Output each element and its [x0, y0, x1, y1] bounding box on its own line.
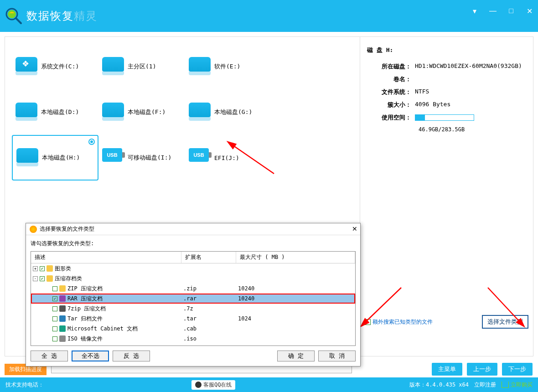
- disk-label: 本地磁盘(G:): [214, 108, 252, 116]
- checkbox-icon[interactable]: [52, 306, 57, 311]
- table-row[interactable]: +✔图形类: [31, 263, 355, 273]
- support-phone-label: 技术支持电话：: [5, 381, 44, 389]
- table-row[interactable]: Tar 归档文件.tar1024: [31, 314, 355, 324]
- col-extension[interactable]: 扩展名: [181, 252, 236, 263]
- minimize-icon[interactable]: —: [489, 7, 497, 15]
- tree-toggle-icon[interactable]: +: [33, 266, 38, 271]
- file-ext: .rar: [181, 295, 236, 302]
- register-link[interactable]: 立即注册: [474, 381, 496, 389]
- ok-button[interactable]: 确 定: [277, 351, 315, 361]
- file-type-icon: [47, 275, 53, 282]
- file-type-icon: [59, 315, 66, 322]
- main-menu-button[interactable]: 主菜单: [432, 363, 462, 376]
- file-type-icon: [59, 305, 66, 312]
- disk-icon: [16, 103, 37, 117]
- prev-button[interactable]: 上一步: [467, 363, 497, 376]
- table-row[interactable]: Ghost 镜像文件.gho10240: [31, 344, 355, 346]
- disk-icon: [102, 57, 124, 72]
- file-type-dialog: 选择要恢复的文件类型 ✕ 请勾选要恢复的文件类型: 描述 扩展名 最大尺寸 ( …: [26, 223, 361, 366]
- file-type-icon: [47, 265, 53, 272]
- svg-point-1: [8, 10, 16, 18]
- extra-search-checkbox[interactable]: ✔ 额外搜索已知类型的文件: [365, 318, 433, 326]
- invert-selection-button[interactable]: 反 选: [113, 351, 150, 361]
- tree-toggle-icon[interactable]: -: [33, 276, 38, 281]
- cart-icon: [502, 382, 509, 388]
- app-logo-icon: [5, 7, 23, 25]
- info-volume-label: 卷名：: [365, 75, 415, 83]
- dialog-titlebar: 选择要恢复的文件类型 ✕: [26, 223, 360, 235]
- checkbox-icon[interactable]: ✔: [52, 296, 57, 301]
- table-row[interactable]: 7zip 压缩文档.7z: [31, 304, 355, 314]
- file-type-desc: 压缩存档类: [55, 275, 82, 283]
- disk-item[interactable]: 软件(E:): [185, 44, 272, 89]
- file-max-size: 1024: [236, 315, 355, 322]
- dropdown-icon[interactable]: ▾: [471, 7, 479, 15]
- disk-label: 本地磁盘(F:): [128, 108, 166, 116]
- table-body[interactable]: +✔图形类-✔压缩存档类ZIP 压缩文档.zip10240✔RAR 压缩文档.r…: [31, 263, 355, 346]
- qq-support-badge[interactable]: 客服QQ在线: [191, 380, 235, 390]
- disk-item[interactable]: 本地磁盘(D:): [12, 89, 98, 135]
- checkbox-icon[interactable]: [52, 286, 57, 291]
- selected-radio-icon: [88, 139, 95, 145]
- file-ext: .7z: [181, 305, 236, 312]
- disk-icon: [189, 57, 211, 72]
- disk-label: 主分区(1): [128, 62, 156, 71]
- svg-line-2: [16, 18, 21, 23]
- dialog-close-icon[interactable]: ✕: [352, 225, 357, 232]
- select-file-type-button[interactable]: 选择文件类型: [482, 315, 528, 329]
- dialog-title: 选择要恢复的文件类型: [40, 225, 94, 233]
- col-max-size[interactable]: 最大尺寸 ( MB ): [236, 252, 355, 263]
- window-controls: ▾ — □ ✕: [471, 7, 533, 15]
- table-row[interactable]: ZIP 压缩文档.zip10240: [31, 284, 355, 294]
- version-text: 版本：4.4.0.435 x64: [409, 381, 469, 389]
- maximize-icon[interactable]: □: [507, 7, 515, 15]
- disk-item[interactable]: USBEFI(J:): [185, 135, 272, 181]
- info-usage-bar: [415, 113, 528, 122]
- table-row[interactable]: Microsoft Cabinet 文档.cab: [31, 324, 355, 334]
- checkbox-icon[interactable]: [52, 326, 57, 331]
- disk-item[interactable]: 本地磁盘(G:): [185, 89, 272, 135]
- disk-item[interactable]: 系统文件(C:): [12, 44, 98, 89]
- table-row[interactable]: ISO 镜像文件.iso: [31, 334, 355, 344]
- file-type-desc: Tar 归档文件: [67, 315, 103, 323]
- checkbox-icon[interactable]: [52, 336, 57, 341]
- file-type-desc: RAR 压缩文档: [67, 295, 103, 303]
- cancel-button[interactable]: 取 消: [318, 351, 356, 361]
- disk-item[interactable]: USB可移动磁盘(I:): [98, 135, 185, 181]
- disk-label: 本地磁盘(H:): [42, 154, 80, 162]
- file-ext: .cab: [181, 325, 236, 332]
- info-volume-value: [415, 75, 528, 83]
- disk-icon: [16, 148, 38, 163]
- disk-icon: [102, 103, 124, 117]
- checkbox-icon[interactable]: [52, 316, 57, 321]
- disk-item[interactable]: 本地磁盘(H:): [12, 135, 98, 181]
- disk-item[interactable]: 主分区(1): [98, 44, 185, 89]
- file-type-desc: 7zip 压缩文档: [67, 305, 106, 313]
- info-filesystem-label: 文件系统：: [365, 88, 415, 96]
- file-type-desc: Ghost 镜像文件: [67, 345, 109, 346]
- file-max-size: 10240: [236, 285, 355, 292]
- file-ext: .iso: [181, 335, 236, 342]
- checkbox-icon: ✔: [365, 319, 371, 325]
- file-type-icon: [59, 325, 66, 332]
- close-icon[interactable]: ✕: [525, 7, 533, 15]
- buy-link[interactable]: 立即购买: [502, 381, 533, 389]
- checkbox-icon[interactable]: ✔: [40, 266, 45, 271]
- file-ext: .zip: [181, 285, 236, 292]
- usb-icon: USB: [102, 148, 122, 162]
- file-type-desc: 图形类: [55, 265, 71, 273]
- table-row[interactable]: -✔压缩存档类: [31, 273, 355, 284]
- file-max-size: 10240: [236, 295, 355, 302]
- info-disk-label: 所在磁盘：: [365, 62, 415, 71]
- disk-item[interactable]: 本地磁盘(F:): [98, 89, 185, 135]
- file-type-desc: Microsoft Cabinet 文档: [67, 325, 138, 333]
- disk-label: 系统文件(C:): [41, 62, 79, 71]
- next-button[interactable]: 下一步: [502, 363, 533, 376]
- select-none-button[interactable]: 全不选: [72, 351, 109, 361]
- checkbox-icon[interactable]: ✔: [40, 276, 45, 281]
- col-description[interactable]: 描述: [31, 252, 181, 263]
- file-type-icon: [59, 295, 66, 302]
- title-bar: 数据恢复精灵 ▾ — □ ✕: [0, 0, 538, 32]
- table-row[interactable]: ✔RAR 压缩文档.rar10240: [31, 294, 355, 304]
- select-all-button[interactable]: 全 选: [31, 351, 68, 361]
